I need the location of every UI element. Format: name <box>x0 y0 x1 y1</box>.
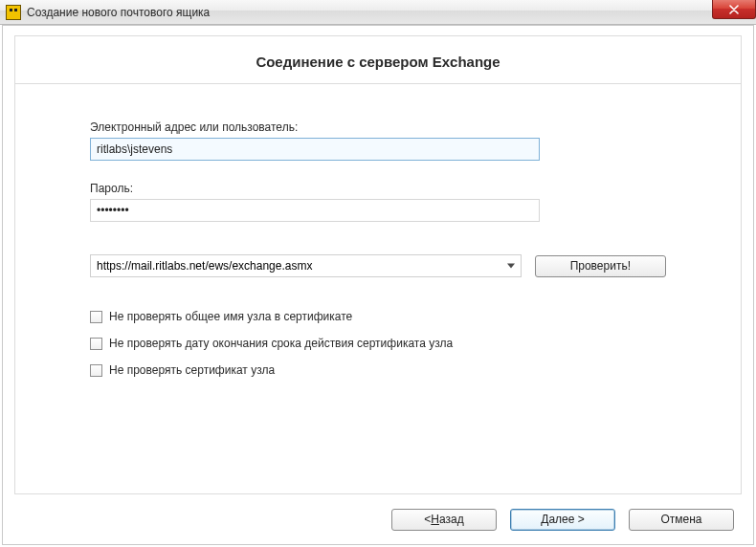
back-button-suffix: азад <box>439 513 464 526</box>
check-cert-label: Не проверять сертификат узла <box>109 363 275 377</box>
url-row: https://mail.ritlabs.net/ews/exchange.as… <box>90 254 666 277</box>
client-area: Соединение с сервером Exchange Электронн… <box>2 25 754 545</box>
panel-heading: Соединение с сервером Exchange <box>15 36 741 84</box>
verify-button-label: Проверить! <box>570 259 631 273</box>
email-row: Электронный адрес или пользователь: <box>90 120 666 161</box>
app-icon <box>6 5 21 20</box>
check-expiry-label: Не проверять дату окончания срока действ… <box>109 337 453 350</box>
wizard-footer: < Назад Далее > Отмена <box>3 494 753 544</box>
next-button[interactable]: Далее > <box>510 509 615 531</box>
ews-url-value: https://mail.ritlabs.net/ews/exchange.as… <box>97 259 312 273</box>
check-cn-row[interactable]: Не проверять общее имя узла в сертификат… <box>90 310 666 323</box>
password-row: Пароль: <box>90 182 666 222</box>
back-button-prefix: < <box>424 513 431 526</box>
chevron-down-icon <box>507 264 515 269</box>
check-cn-label: Не проверять общее имя узла в сертификат… <box>109 310 352 323</box>
back-button[interactable]: < Назад <box>391 509 497 531</box>
verify-button[interactable]: Проверить! <box>535 255 666 277</box>
password-label: Пароль: <box>90 182 666 195</box>
email-label: Электронный адрес или пользователь: <box>90 120 666 134</box>
password-input[interactable] <box>90 199 540 222</box>
checkbox-icon <box>90 364 102 377</box>
checkbox-icon <box>90 311 102 323</box>
close-button[interactable] <box>712 0 756 19</box>
check-expiry-row[interactable]: Не проверять дату окончания срока действ… <box>90 337 666 350</box>
back-button-accel: Н <box>431 513 439 526</box>
check-cert-row[interactable]: Не проверять сертификат узла <box>90 363 666 377</box>
cancel-button[interactable]: Отмена <box>629 509 734 531</box>
next-button-accel: Д <box>541 513 548 526</box>
ews-url-combo[interactable]: https://mail.ritlabs.net/ews/exchange.as… <box>90 254 522 277</box>
form-area: Электронный адрес или пользователь: Паро… <box>15 84 741 377</box>
checkbox-icon <box>90 338 102 350</box>
next-button-suffix: алее > <box>548 513 584 526</box>
title-bar: Создание нового почтового ящика <box>0 0 756 25</box>
wizard-panel: Соединение с сервером Exchange Электронн… <box>14 35 742 494</box>
email-input[interactable] <box>90 138 540 161</box>
cancel-button-label: Отмена <box>660 513 701 526</box>
window-title: Создание нового почтового ящика <box>27 6 210 19</box>
close-icon <box>729 5 739 14</box>
